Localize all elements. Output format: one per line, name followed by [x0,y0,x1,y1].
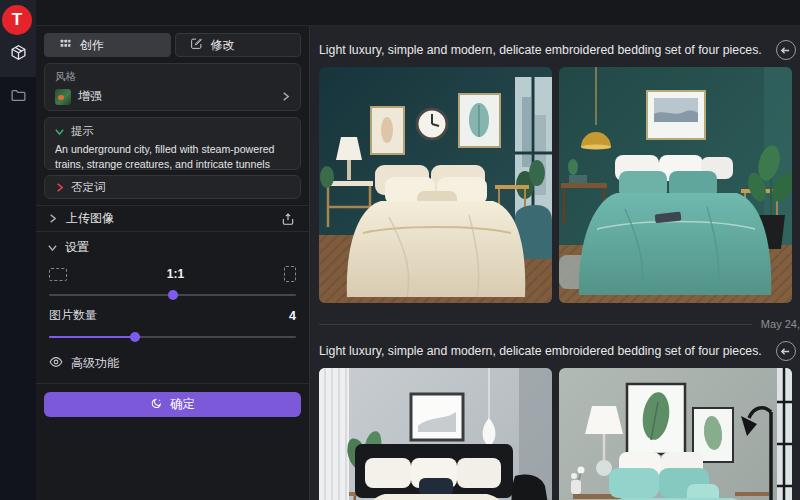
negative-label: 否定词 [71,180,106,195]
prompt-label: 提示 [71,124,94,139]
generation-feed: Light luxury, simple and modern, delicat… [311,26,800,500]
nav-rail: T [0,0,36,500]
generated-image[interactable] [559,67,792,303]
date-divider: May 24, [319,317,800,331]
chevron-right-icon [55,183,64,192]
edit-icon [190,37,203,53]
app-window: T 创作 修改 风格 增强 [0,0,800,500]
tab-modify-label: 修改 [211,37,235,54]
advanced-label: 高级功能 [71,355,119,372]
arrow-left-icon [780,346,791,357]
image-count-slider[interactable] [49,332,296,342]
bedroom-scene-white [319,368,552,500]
brand-letter: T [12,10,22,30]
mode-tabs: 创作 修改 [44,33,301,57]
folder-icon [10,87,27,104]
cube-icon [10,44,27,61]
tab-modify[interactable]: 修改 [175,33,302,57]
chevron-right-icon [48,214,57,223]
upload-icon[interactable] [281,212,295,226]
style-value: 增强 [78,88,274,105]
eye-icon [49,355,63,372]
confirm-label: 确定 [170,396,195,413]
image-count-label: 图片数量 [49,307,289,324]
prompt-section: 提示 An underground city, filled with stea… [44,117,301,170]
moon-sparkle-icon [150,397,163,413]
bedroom-scene-teal [559,67,792,303]
style-thumbnail [55,89,71,105]
generation-images-row [319,368,800,500]
negative-header[interactable]: 否定词 [55,180,106,195]
portrait-ratio-icon[interactable] [284,266,296,282]
generation-prompt-row: Light luxury, simple and modern, delicat… [319,339,800,363]
confirm-button[interactable]: 确定 [44,392,301,417]
date-label: May 24, [761,318,800,330]
image-count-value: 4 [289,309,296,323]
chevron-down-icon [55,127,64,136]
landscape-ratio-icon[interactable] [49,268,67,281]
generation-prompt-text: Light luxury, simple and modern, delicat… [319,344,762,358]
prompt-header[interactable]: 提示 [55,124,290,139]
control-panel: 创作 修改 风格 增强 提示 An underground city, fill… [36,26,310,500]
assets-nav-item[interactable] [10,87,27,104]
slider-fill [49,336,135,338]
upload-image-row[interactable]: 上传图像 [44,206,301,231]
divider [36,383,309,384]
reuse-prompt-button[interactable] [776,40,796,60]
image-count-row: 图片数量 4 [44,307,301,324]
divider [36,231,309,232]
advanced-features-row[interactable]: 高级功能 [44,355,301,372]
aspect-ratio-slider[interactable] [49,290,296,300]
generate-nav-item[interactable] [10,44,27,61]
tab-create[interactable]: 创作 [44,33,171,57]
upload-label: 上传图像 [66,210,272,227]
slider-thumb[interactable] [168,290,178,300]
style-label: 风格 [55,70,290,84]
aspect-ratio-value: 1:1 [67,267,284,281]
slider-thumb[interactable] [130,332,140,342]
generated-image[interactable] [319,67,552,303]
negative-section: 否定词 [44,175,301,199]
style-section: 风格 增强 [44,63,301,111]
divider-line [319,324,752,325]
chevron-right-icon [281,92,290,101]
aspect-ratio-row: 1:1 [44,266,301,282]
grid-icon [59,37,72,53]
top-bar [36,0,800,26]
reuse-prompt-button[interactable] [776,341,796,361]
chevron-down-icon [48,243,57,252]
tab-create-label: 创作 [80,37,104,54]
generation-prompt-text: Light luxury, simple and modern, delicat… [319,43,762,57]
settings-label: 设置 [65,239,89,256]
arrow-left-icon [780,45,791,56]
generated-image[interactable] [559,368,792,500]
bedroom-scene-aqua [559,368,792,500]
generation-prompt-row: Light luxury, simple and modern, delicat… [319,38,800,62]
generated-image[interactable] [319,368,552,500]
brand-logo[interactable]: T [2,5,32,35]
bedroom-scene-cream [319,67,552,303]
settings-header[interactable]: 设置 [44,239,301,256]
style-selector[interactable]: 增强 [55,88,290,105]
generation-images-row [319,67,800,303]
